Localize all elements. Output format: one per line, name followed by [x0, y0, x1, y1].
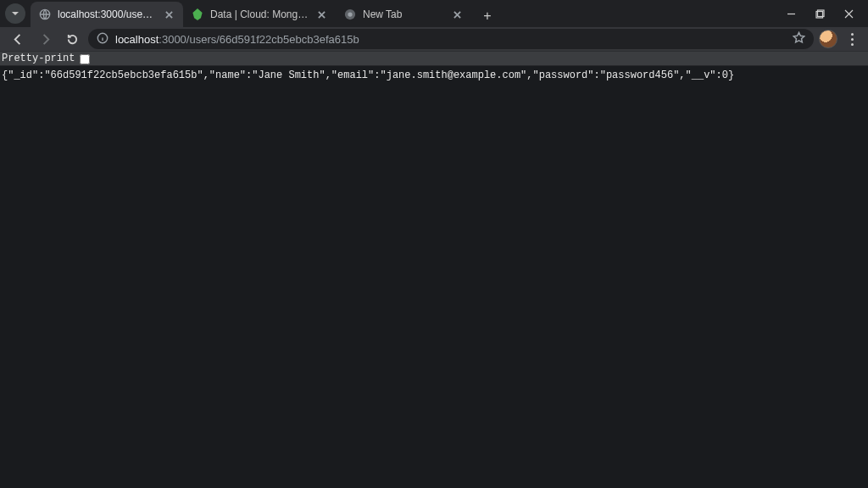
titlebar: localhost:3000/users/66d591f2… Data | Cl…	[0, 0, 868, 27]
maximize-button[interactable]	[805, 0, 834, 27]
tab-localhost-users[interactable]: localhost:3000/users/66d591f2…	[31, 2, 183, 27]
tab-title: localhost:3000/users/66d591f2…	[58, 8, 156, 20]
new-tab-button[interactable]: +	[476, 5, 498, 27]
tab-strip: localhost:3000/users/66d591f2… Data | Cl…	[31, 0, 498, 27]
pretty-print-checkbox[interactable]	[80, 54, 90, 64]
chrome-icon	[344, 8, 356, 20]
tab-new-tab[interactable]: New Tab	[336, 2, 471, 27]
minimize-button[interactable]	[776, 0, 805, 27]
globe-icon	[39, 8, 51, 20]
url-path: :3000/users/66d591f22cb5ebcb3efa615b	[159, 33, 359, 46]
reload-button[interactable]	[61, 28, 83, 50]
back-button[interactable]	[7, 28, 29, 50]
tab-search-button[interactable]	[5, 3, 25, 24]
tab-title: Data | Cloud: MongoDB Cloud	[210, 8, 309, 20]
toolbar: localhost:3000/users/66d591f22cb5ebcb3ef…	[0, 27, 868, 51]
forward-button[interactable]	[34, 28, 56, 50]
site-info-icon[interactable]	[97, 32, 108, 47]
pretty-print-label: Pretty-print	[2, 53, 75, 64]
response-body: {"_id":"66d591f22cb5ebcb3efa615b","name"…	[0, 66, 868, 85]
address-bar[interactable]: localhost:3000/users/66d591f22cb5ebcb3ef…	[88, 29, 814, 49]
bookmark-icon[interactable]	[793, 31, 805, 47]
mongodb-icon	[192, 8, 203, 20]
close-icon[interactable]	[451, 8, 463, 20]
pretty-print-bar: Pretty-print	[0, 51, 868, 66]
tab-mongodb-cloud[interactable]: Data | Cloud: MongoDB Cloud	[183, 2, 336, 27]
url-text: localhost:3000/users/66d591f22cb5ebcb3ef…	[115, 33, 359, 46]
url-host: localhost	[115, 33, 159, 46]
close-window-button[interactable]	[834, 0, 863, 27]
chrome-menu-button[interactable]	[843, 28, 861, 50]
svg-point-2	[348, 12, 352, 16]
close-icon[interactable]	[163, 8, 175, 20]
window-controls	[776, 0, 863, 27]
close-icon[interactable]	[315, 8, 327, 20]
tab-title: New Tab	[363, 8, 444, 20]
profile-avatar[interactable]	[819, 30, 837, 48]
